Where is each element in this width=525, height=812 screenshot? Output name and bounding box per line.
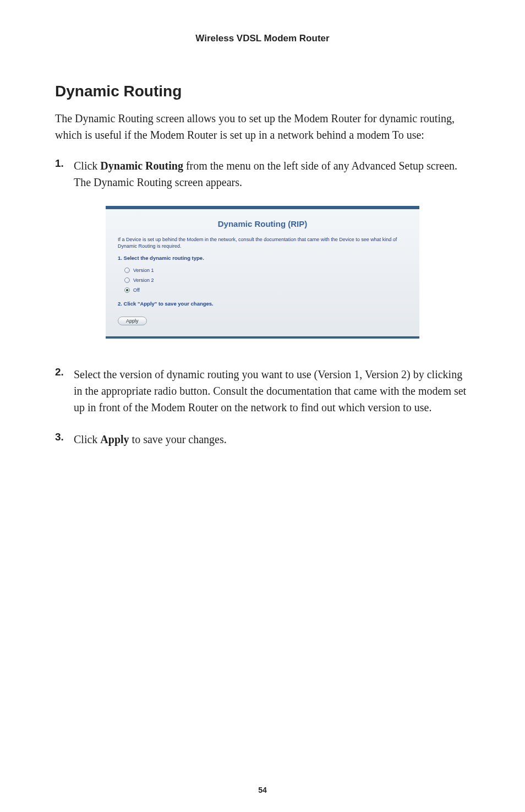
- radio-option-version2[interactable]: Version 2: [118, 275, 407, 285]
- step-part: to save your changes.: [129, 433, 227, 445]
- radio-icon: [124, 268, 130, 273]
- page-number: 54: [0, 786, 525, 794]
- step-list-cont: 2. Select the version of dynamic routing…: [55, 366, 470, 448]
- panel-title: Dynamic Routing (RIP): [118, 219, 407, 228]
- apply-button[interactable]: Apply: [118, 317, 147, 325]
- radio-icon: [124, 277, 130, 283]
- radio-label: Off: [133, 287, 140, 293]
- step-3: 3. Click Apply to save your changes.: [55, 431, 470, 448]
- step-part: Select the version of dynamic routing yo…: [74, 368, 466, 413]
- screenshot-wrap: Dynamic Routing (RIP) If a Device is set…: [55, 206, 470, 339]
- step-number: 1.: [55, 157, 74, 190]
- radio-label: Version 2: [133, 277, 154, 283]
- step-part-bold: Apply: [100, 433, 129, 445]
- step-list: 1. Click Dynamic Routing from the menu o…: [55, 157, 470, 190]
- step-number: 2.: [55, 366, 74, 416]
- radio-option-off[interactable]: Off: [118, 285, 407, 295]
- radio-icon: [124, 287, 130, 293]
- radio-label: Version 1: [133, 268, 154, 273]
- config-panel: Dynamic Routing (RIP) If a Device is set…: [106, 206, 419, 339]
- panel-subheading-1: 1. Select the dynamic routing type.: [118, 255, 407, 261]
- document-header: Wireless VDSL Modem Router: [55, 33, 470, 44]
- step-text: Click Dynamic Routing from the menu on t…: [74, 157, 470, 190]
- document-page: Wireless VDSL Modem Router Dynamic Routi…: [0, 0, 525, 812]
- config-panel-inner: Dynamic Routing (RIP) If a Device is set…: [106, 209, 419, 336]
- step-1: 1. Click Dynamic Routing from the menu o…: [55, 157, 470, 190]
- section-heading: Dynamic Routing: [55, 83, 470, 100]
- step-part: Click: [74, 433, 100, 445]
- step-part-bold: Dynamic Routing: [100, 160, 183, 172]
- radio-option-version1[interactable]: Version 1: [118, 265, 407, 275]
- step-part: Click: [74, 160, 100, 172]
- panel-subheading-2: 2. Click "Apply" to save your changes.: [118, 301, 407, 307]
- step-text: Click Apply to save your changes.: [74, 431, 227, 448]
- panel-description: If a Device is set up behind the Modem i…: [118, 236, 407, 249]
- step-2: 2. Select the version of dynamic routing…: [55, 366, 470, 416]
- step-text: Select the version of dynamic routing yo…: [74, 366, 470, 416]
- step-number: 3.: [55, 431, 74, 448]
- section-intro: The Dynamic Routing screen allows you to…: [55, 110, 470, 143]
